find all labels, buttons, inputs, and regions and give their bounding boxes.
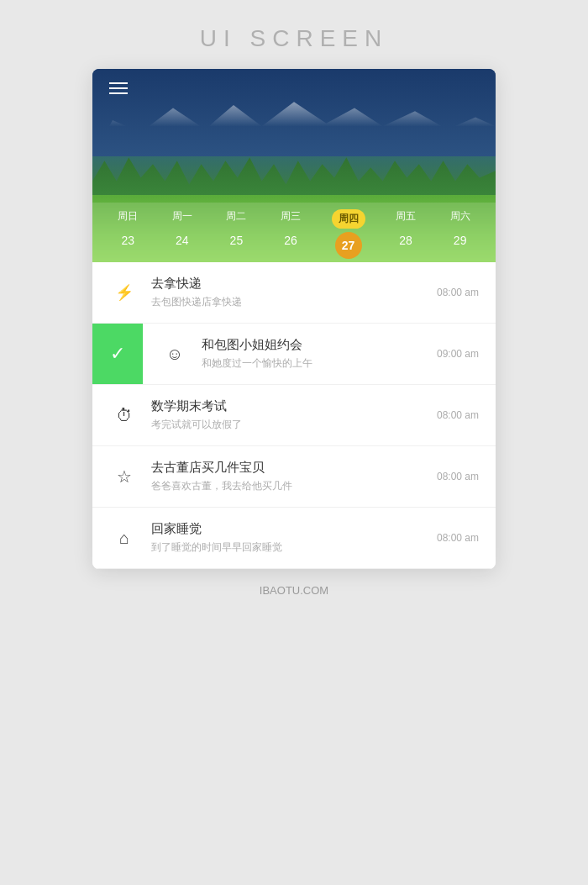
- task-time-2: 09:00 am: [437, 348, 479, 360]
- swipe-reveal-2: ✓: [92, 324, 143, 384]
- clock-icon: ⏱: [116, 406, 133, 425]
- task-icon-wrap-4: ☆: [109, 461, 139, 492]
- task-desc-4: 爸爸喜欢古董，我去给他买几件: [151, 479, 428, 493]
- task-icon-wrap-2: ☺: [160, 339, 190, 369]
- task-icon-wrap-5: ⌂: [109, 523, 139, 553]
- day-name-thursday: 周四: [332, 209, 365, 229]
- day-item-monday[interactable]: 周一 24: [169, 209, 196, 259]
- task-content-4: 去古董店买几件宝贝 爸爸喜欢古董，我去给他买几件: [151, 460, 428, 493]
- snow-peaks-layer: [92, 69, 496, 156]
- task-item-1[interactable]: ⚡ 去拿快递 去包图快递店拿快递 08:00 am: [92, 262, 496, 324]
- menu-line-2: [109, 87, 128, 89]
- task-time-3: 08:00 am: [437, 409, 479, 421]
- task-desc-5: 到了睡觉的时间早早回家睡觉: [151, 540, 428, 555]
- day-item-thursday[interactable]: 周四 27: [332, 209, 365, 259]
- day-num-monday: 24: [169, 227, 196, 254]
- calendar-strip: 周日 23 周一 24 周二 25 周三 26: [92, 203, 496, 262]
- task-item-5[interactable]: ⌂ 回家睡觉 到了睡觉的时间早早回家睡觉 08:00 am: [92, 508, 496, 569]
- day-name-wednesday: 周三: [281, 209, 301, 224]
- task-title-4: 去古董店买几件宝贝: [151, 460, 428, 476]
- day-num-thursday: 27: [335, 232, 362, 259]
- day-name-saturday: 周六: [450, 209, 470, 224]
- day-num-saturday: 29: [447, 227, 474, 254]
- day-num-tuesday: 25: [223, 227, 249, 254]
- smile-icon: ☺: [166, 345, 183, 364]
- task-item-3[interactable]: ⏱ 数学期末考试 考完试就可以放假了 08:00 am: [92, 385, 496, 446]
- home-icon: ⌂: [119, 529, 129, 548]
- footer-text: IBAOTU.COM: [260, 584, 328, 597]
- task-time-4: 08:00 am: [437, 471, 479, 482]
- day-name-sunday: 周日: [118, 209, 138, 224]
- day-item-sunday[interactable]: 周日 23: [114, 209, 141, 259]
- phone-container: 周日 23 周一 24 周二 25 周三 26: [92, 69, 496, 569]
- task-title-2: 和包图小姐姐约会: [202, 337, 428, 353]
- days-row: 周日 23 周一 24 周二 25 周三 26: [92, 203, 496, 262]
- task-item-2[interactable]: ✓ ☺ 和包图小姐姐约会 和她度过一个愉快的上午 09:00 am: [92, 324, 496, 385]
- day-name-tuesday: 周二: [226, 209, 246, 224]
- day-num-wednesday: 26: [277, 227, 304, 254]
- task-list: ⚡ 去拿快递 去包图快递店拿快递 08:00 am ✓ ☺ 和包图小姐姐约会 和…: [92, 262, 496, 569]
- task-content-5: 回家睡觉 到了睡觉的时间早早回家睡觉: [151, 521, 428, 555]
- day-num-friday: 28: [392, 227, 419, 254]
- task-desc-1: 去包图快递店拿快递: [151, 295, 428, 309]
- menu-line-3: [109, 92, 128, 94]
- day-name-friday: 周五: [396, 209, 416, 224]
- task-icon-wrap-1: ⚡: [109, 277, 139, 308]
- task-content-1: 去拿快递 去包图快递店拿快递: [151, 276, 428, 309]
- lightning-icon: ⚡: [115, 283, 134, 302]
- task-title-5: 回家睡觉: [151, 521, 428, 537]
- task-icon-wrap-3: ⏱: [109, 400, 139, 430]
- menu-line-1: [109, 82, 128, 84]
- task-desc-3: 考完试就可以放假了: [151, 418, 428, 432]
- header-background: 周日 23 周一 24 周二 25 周三 26: [92, 69, 496, 262]
- day-item-saturday[interactable]: 周六 29: [447, 209, 474, 259]
- day-num-sunday: 23: [114, 227, 141, 254]
- day-name-monday: 周一: [172, 209, 192, 224]
- task-item-4[interactable]: ☆ 去古董店买几件宝贝 爸爸喜欢古董，我去给他买几件 08:00 am: [92, 446, 496, 508]
- task-time-5: 08:00 am: [437, 532, 479, 544]
- day-item-wednesday[interactable]: 周三 26: [277, 209, 304, 259]
- day-item-friday[interactable]: 周五 28: [392, 209, 419, 259]
- task-desc-2: 和她度过一个愉快的上午: [202, 356, 428, 371]
- star-icon: ☆: [117, 466, 132, 487]
- task-content-3: 数学期末考试 考完试就可以放假了: [151, 398, 428, 432]
- page-title: UI SCREEN: [200, 25, 388, 52]
- task-content-2: 和包图小姐姐约会 和她度过一个愉快的上午: [202, 337, 428, 371]
- check-icon: ✓: [110, 343, 125, 365]
- task-time-1: 08:00 am: [437, 287, 479, 298]
- day-item-tuesday[interactable]: 周二 25: [223, 209, 249, 259]
- menu-button[interactable]: [109, 82, 128, 94]
- task-title-3: 数学期末考试: [151, 398, 428, 414]
- task-title-1: 去拿快递: [151, 276, 428, 292]
